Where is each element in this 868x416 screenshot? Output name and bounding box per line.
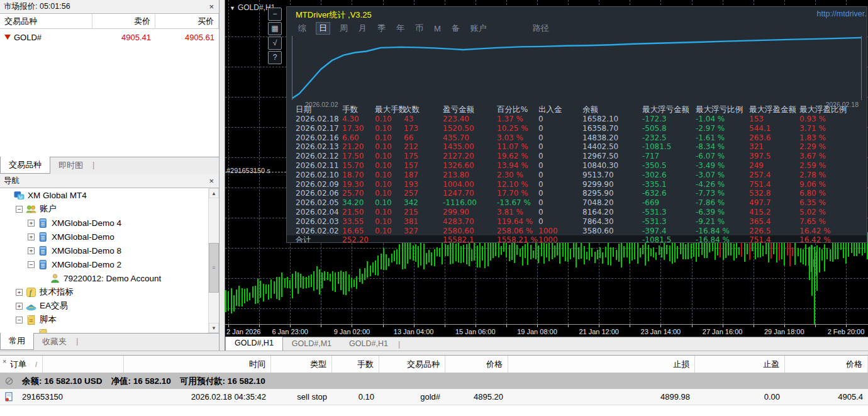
axis-tick xyxy=(228,325,229,327)
stats-menu-item-8[interactable]: 备 xyxy=(450,23,461,34)
candle-bar xyxy=(279,277,280,300)
market-watch-row-gold[interactable]: GOLD# 4905.41 4905.61 xyxy=(0,29,219,45)
stats-menu-item-1[interactable]: 日 xyxy=(316,22,330,35)
tree-item-xmglobal-demo-2[interactable]: −XMGlobal-Demo 2 xyxy=(0,257,208,271)
scripts-icon xyxy=(26,315,36,325)
terminal-column-1[interactable]: 时间 xyxy=(124,356,271,373)
navigator-scrollbar[interactable]: ▲ ≡ ▼ xyxy=(208,188,219,333)
stats-menu-item-6[interactable]: 币 xyxy=(414,23,425,34)
tab-symbols[interactable]: 交易品种 xyxy=(0,157,50,174)
ask-price: 4905.61 xyxy=(155,33,219,42)
stats-cell: 153 xyxy=(749,115,799,124)
terminal-column-7[interactable]: 止盈 xyxy=(695,356,785,373)
stats-menu-item-3[interactable]: 月 xyxy=(357,23,368,34)
candle-bar xyxy=(303,276,304,289)
terminal-column-3[interactable]: 手数 xyxy=(332,356,379,373)
market-watch-close-icon[interactable]: × xyxy=(208,3,215,11)
stats-cell: 119.64 % xyxy=(497,217,538,227)
confirm-button[interactable]: √ xyxy=(268,37,282,50)
stats-menu-item-4[interactable]: 季 xyxy=(376,23,387,34)
equity-curve-box: 2026.02.02 2026.02.18 xyxy=(292,36,862,100)
tree-item--[interactable]: −账户 xyxy=(0,202,208,216)
terminal-column-2[interactable]: 类型 xyxy=(271,356,332,373)
collapse-panel-button[interactable]: − xyxy=(268,8,282,21)
tree-item-xm-global-mt4[interactable]: MXM Global MT4 xyxy=(0,188,208,202)
stats-menu-item-10[interactable]: 路径 xyxy=(531,23,550,34)
stats-cell: 1.37 % xyxy=(497,115,538,124)
tab-tick-chart[interactable]: 即时图 xyxy=(50,157,91,174)
symbol-name: GOLD# xyxy=(14,33,42,42)
column-bid[interactable]: 卖价 xyxy=(92,14,155,28)
stats-cell: 0.93 % xyxy=(799,115,867,124)
collapse-minus-icon[interactable]: − xyxy=(16,317,23,323)
chart-image-button[interactable]: ▦ xyxy=(268,22,282,35)
terminal-column-4[interactable]: 交易品种 xyxy=(379,356,445,373)
terminal-column-8[interactable]: 价格 xyxy=(785,356,868,373)
expand-plus-icon[interactable]: + xyxy=(16,303,23,310)
tree-item-xmglobal-demo-4[interactable]: +XMGlobal-Demo 4 xyxy=(0,216,208,230)
terminal-column-5[interactable]: 价格 xyxy=(445,356,508,373)
pending-order-line[interactable]: #291653150 s xyxy=(225,167,286,176)
tab-common[interactable]: 常用 xyxy=(0,333,34,350)
terminal-column-6[interactable]: 止损 xyxy=(508,356,695,373)
scrollbar-thumb[interactable]: ≡ xyxy=(209,243,219,292)
candle-bar xyxy=(244,289,245,303)
stats-menu-item-7[interactable]: M xyxy=(433,24,442,33)
vertical-splitter[interactable] xyxy=(220,0,225,351)
expand-plus-icon[interactable]: + xyxy=(28,247,35,254)
candle-bar xyxy=(242,288,243,306)
scroll-up-icon[interactable]: ▲ xyxy=(209,188,219,198)
navigator-close-icon[interactable]: × xyxy=(208,177,215,185)
column-symbol[interactable]: 交易品种 xyxy=(0,14,92,28)
order-row[interactable]: 2916531502026.02.18 04:35:42sell stop0.1… xyxy=(0,389,868,405)
tab-favorites[interactable]: 收藏夹 xyxy=(34,334,75,351)
candle-bar xyxy=(460,246,462,263)
candle-bar xyxy=(407,240,408,263)
expand-plus-icon[interactable]: + xyxy=(16,289,23,296)
candle-bar xyxy=(300,274,301,287)
expand-plus-icon[interactable]: + xyxy=(28,220,35,227)
stats-cell: 435.70 xyxy=(443,133,497,143)
tree-item-ea-[interactable]: +EA交易 xyxy=(0,299,208,313)
collapse-minus-icon[interactable]: − xyxy=(28,261,35,268)
stats-cell: 0.10 xyxy=(375,189,404,198)
stats-menu-item-2[interactable]: 周 xyxy=(338,23,349,34)
candle-bar xyxy=(792,247,793,256)
candle-bar xyxy=(434,249,435,266)
tree-item--[interactable]: −脚本 xyxy=(0,313,208,327)
horizontal-splitter[interactable] xyxy=(0,351,868,356)
stats-menu-item-0[interactable]: 综 xyxy=(297,23,308,34)
expand-plus-icon[interactable]: + xyxy=(28,233,35,240)
candle-bar xyxy=(669,245,670,261)
terminal-column-0[interactable]: 订单/ xyxy=(0,356,124,373)
expert-advisors-icon xyxy=(26,301,36,311)
tree-item-xmglobal-demo[interactable]: +XMGlobal-Demo xyxy=(0,230,208,244)
terminal-close-icon[interactable]: × xyxy=(3,357,6,365)
candle-bar xyxy=(306,277,307,288)
tree-item-xmglobal-demo-8[interactable]: +XMGlobal-Demo 8 xyxy=(0,244,208,257)
axis-label: 2 Jan 2026 xyxy=(226,328,260,335)
scroll-down-icon[interactable]: ▼ xyxy=(209,323,219,333)
stats-cell: 532.8 xyxy=(749,189,799,198)
stats-cell: 0 xyxy=(538,124,582,133)
stats-header-cell: 百分比% xyxy=(497,104,538,115)
candle-bar xyxy=(255,286,256,304)
axis-label: 2 Feb 20:00 xyxy=(828,328,865,335)
tree-item-79220012-demo-account[interactable]: 79220012: Demo Account xyxy=(0,271,208,285)
candle-bar xyxy=(298,273,299,294)
stats-cell: 6.35 % xyxy=(799,198,867,208)
collapse-minus-icon[interactable]: − xyxy=(16,206,23,213)
candle-bar xyxy=(308,276,309,287)
candle-bar xyxy=(370,266,371,276)
column-ask[interactable]: 买价 xyxy=(155,14,219,28)
stats-cell: -1081.5 xyxy=(642,235,696,243)
candle-bar xyxy=(247,288,248,302)
tree-item--[interactable]: +f技术指标 xyxy=(0,285,208,299)
tree-item-clipped-10[interactable] xyxy=(0,327,208,333)
chart-tab-0[interactable]: GOLD#,H1 xyxy=(225,337,283,352)
help-button[interactable]: ? xyxy=(268,51,282,64)
stats-cell: 21.20 xyxy=(342,142,375,152)
stats-url-link[interactable]: http://mtdriver.c xyxy=(817,9,867,18)
stats-menu-item-9[interactable]: 账户 xyxy=(469,23,488,34)
stats-menu-item-5[interactable]: 年 xyxy=(395,23,406,34)
